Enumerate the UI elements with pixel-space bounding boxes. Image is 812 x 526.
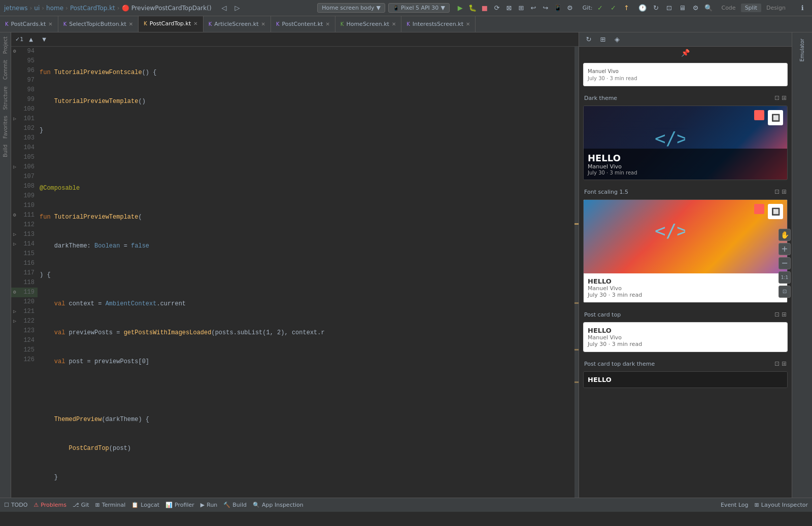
tab-article[interactable]: K ArticleScreen.kt ✕ (204, 16, 271, 32)
sidebar-build[interactable]: Build (2, 143, 9, 159)
tab-postcards[interactable]: K PostCards.kt ✕ (0, 16, 58, 32)
monitor-icon[interactable]: 🖥 (676, 3, 688, 14)
gutter-111[interactable]: ⚙ (11, 211, 18, 220)
avd-icon[interactable]: 📱 (552, 3, 563, 14)
preview-layers-icon[interactable]: ◈ (612, 34, 623, 45)
clock-icon[interactable]: 🕐 (637, 3, 648, 14)
reload-icon[interactable]: ↻ (650, 3, 661, 14)
code-line-98: @Composable (38, 184, 579, 193)
preview-refresh-icon[interactable]: ↻ (583, 34, 594, 45)
zoom-out-button[interactable]: − (779, 257, 791, 269)
tab-postcards-close[interactable]: ✕ (48, 21, 52, 27)
search-icon[interactable]: 🔍 (703, 3, 714, 14)
code-view-toggle[interactable]: Code (717, 4, 739, 12)
git-push-icon[interactable]: ✓ (607, 3, 619, 14)
tab-selecttopic[interactable]: K SelectTopicButton.kt ✕ (58, 16, 139, 32)
gutter-119[interactable]: ⚙ (11, 288, 18, 297)
debug-button[interactable]: 🐛 (467, 3, 478, 14)
preview-selector[interactable]: Home screen body ▼ (317, 3, 385, 13)
nav-fwd-icon[interactable]: ▷ (232, 3, 243, 14)
zoom-reset-button[interactable]: ⊡ (779, 286, 791, 298)
font-scale-pin-icon[interactable]: ⊡ (774, 188, 780, 195)
sync-icon[interactable]: ⟳ (491, 3, 502, 14)
right-tab-emulator[interactable]: Emulator (797, 34, 807, 65)
tab-postcontent-close[interactable]: ✕ (325, 21, 329, 27)
font-scale-image-bg: </> 🔲 (584, 200, 787, 273)
pin-icon[interactable]: 📌 (681, 49, 690, 57)
sidebar-commit[interactable]: Commit (2, 58, 9, 82)
zoom-fit-button[interactable]: 1:1 (779, 271, 791, 284)
bookmark-icon[interactable]: ⊠ (503, 3, 515, 14)
status-layout-inspector[interactable]: ⊞ Layout Inspector (755, 502, 808, 508)
breadcrumb-project[interactable]: jetnews (4, 5, 27, 12)
postcardtop-dark-expand-icon[interactable]: ⊞ (782, 360, 787, 367)
font-scale-icons: ⊡ ⊞ (774, 188, 787, 195)
sidebar-favorites[interactable]: Favorites (2, 114, 9, 141)
tab-article-close[interactable]: ✕ (261, 21, 265, 27)
tab-selecttopic-close[interactable]: ✕ (129, 21, 133, 27)
gutter-121[interactable]: ▷ (11, 307, 18, 317)
status-logcat[interactable]: 📋 Logcat (131, 502, 159, 508)
redo-icon[interactable]: ↪ (540, 3, 551, 14)
gutter-106[interactable]: ▷ (11, 162, 18, 172)
breadcrumb-ui[interactable]: ui (34, 5, 40, 12)
split-view-toggle[interactable]: Split (741, 4, 761, 12)
device-selector[interactable]: 📱 Pixel 5 API 30 ▼ (388, 3, 450, 13)
drag-mode-button[interactable]: ✋ (779, 229, 791, 241)
gutter-113[interactable]: ▷ (11, 230, 18, 239)
code-line-106: ThemedPreview(darkTheme) { (38, 415, 579, 425)
status-git[interactable]: ⎇ Git (73, 502, 89, 508)
status-event-log[interactable]: Event Log (721, 502, 749, 508)
sdk-icon[interactable]: ⚙ (564, 3, 576, 14)
status-profiler[interactable]: 📊 Profiler (165, 502, 194, 508)
font-scale-expand-icon[interactable]: ⊞ (782, 188, 787, 195)
gutter-94[interactable]: ⚙ (11, 47, 18, 56)
design-view-toggle[interactable]: Design (762, 4, 790, 12)
settings2-icon[interactable]: ⚙ (690, 3, 701, 14)
tab-homescreen[interactable]: K HomeScreen.kt ✕ (335, 16, 401, 32)
code-scrollbar[interactable] (574, 47, 579, 498)
line-113-num-row: ▷ 113 (11, 230, 38, 239)
linenum-98: 98 (18, 85, 38, 95)
sidebar-project[interactable]: Project (2, 34, 9, 56)
sidebar-structure[interactable]: Structure (2, 84, 9, 112)
tab-postcontent[interactable]: K PostContent.kt ✕ (271, 16, 335, 32)
scroll-mark-2 (574, 302, 579, 304)
dark-theme-pin-icon[interactable]: ⊡ (774, 94, 780, 101)
gutter-114[interactable]: ▷ (11, 239, 18, 249)
breadcrumb-file[interactable]: PostCardTop.kt (70, 5, 115, 12)
undo-icon[interactable]: ↩ (528, 3, 539, 14)
dark-theme-expand-icon[interactable]: ⊞ (782, 94, 787, 101)
status-terminal[interactable]: ⊞ Terminal (95, 502, 126, 508)
postcardtop-dark-hello: HELLO (588, 376, 783, 383)
postcardtop-pin-icon[interactable]: ⊡ (774, 311, 780, 318)
breadcrumb-home[interactable]: home (46, 5, 63, 12)
zoom-in-button[interactable]: + (779, 243, 791, 255)
tab-interests[interactable]: K InterestsScreen.kt ✕ (401, 16, 476, 32)
status-run[interactable]: ▶ Run (200, 502, 218, 508)
layout-icon[interactable]: ⊞ (516, 3, 527, 14)
postcardtop-dark-pin-icon[interactable]: ⊡ (774, 360, 780, 367)
code-text[interactable]: fun TutorialPreviewFontscale() { Tutoria… (38, 47, 579, 498)
tab-interests-close[interactable]: ✕ (466, 21, 470, 27)
tab-homescreen-close[interactable]: ✕ (392, 21, 396, 27)
preview-up-icon[interactable]: ▲ (25, 34, 37, 45)
status-problems[interactable]: ⚠ Problems (33, 502, 66, 508)
tab-postcardtop[interactable]: K PostCardTop.kt ✕ (139, 16, 203, 32)
preview-down-icon[interactable]: ▼ (39, 34, 50, 45)
info-icon[interactable]: ℹ (797, 3, 808, 14)
nav-back-icon[interactable]: ◁ (219, 3, 230, 14)
window-icon[interactable]: ⊡ (663, 3, 674, 14)
git-commit-icon[interactable]: ✓ (594, 3, 605, 14)
run-button[interactable]: ▶ (455, 3, 466, 14)
tab-postcardtop-close[interactable]: ✕ (193, 21, 197, 26)
status-todo[interactable]: ☐ TODO (4, 502, 27, 508)
status-app-inspection[interactable]: 🔍 App Inspection (253, 502, 303, 508)
git-branch-icon[interactable]: ↑ (621, 3, 632, 14)
gutter-101[interactable]: ▷ (11, 114, 18, 124)
preview-grid-icon[interactable]: ⊞ (597, 34, 608, 45)
status-build[interactable]: 🔨 Build (223, 502, 247, 508)
gutter-122[interactable]: ▷ (11, 317, 18, 326)
postcardtop-expand-icon[interactable]: ⊞ (782, 311, 787, 318)
stop-button[interactable]: ■ (479, 3, 490, 14)
